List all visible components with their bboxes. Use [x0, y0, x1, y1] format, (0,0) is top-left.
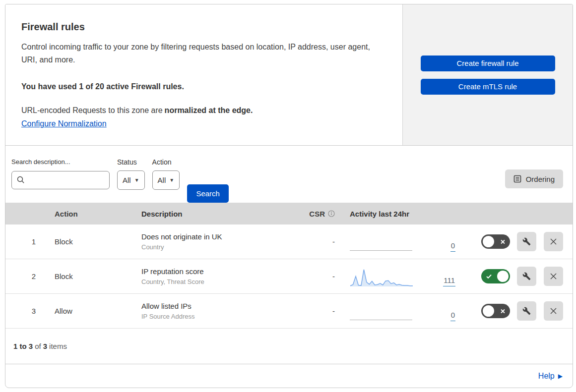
rule-action: Allow [55, 307, 141, 315]
rule-csr: - [280, 272, 350, 280]
items-label: items [49, 342, 67, 350]
arrow-right-icon: ▶ [558, 373, 563, 380]
search-group: Search description... [11, 158, 110, 189]
rule-description-cell: Does not originate in UK Country [141, 232, 280, 251]
x-icon [501, 309, 505, 313]
status-filter-group: Status All ▼ [117, 158, 145, 190]
col-action: Action [55, 210, 141, 218]
help-link[interactable]: Help ▶ [538, 372, 563, 381]
check-icon [486, 274, 492, 279]
col-activity: Activity last 24hr [350, 210, 461, 218]
items-total: 3 [43, 342, 47, 350]
hero-section: Firewall rules Control incoming traffic … [5, 4, 573, 146]
rules-table: Action Description CSR Activity last 24h… [5, 203, 573, 329]
help-label: Help [538, 372, 555, 381]
table-header: Action Description CSR Activity last 24h… [5, 203, 573, 224]
rule-priority: 2 [5, 272, 55, 280]
search-input[interactable] [11, 171, 110, 189]
close-icon [550, 238, 557, 245]
activity-count-link[interactable]: 111 [443, 276, 455, 286]
page-title: Firewall rules [21, 21, 373, 33]
rule-description: Does not originate in UK [141, 232, 280, 241]
activity-count-link[interactable]: 0 [450, 241, 455, 252]
edit-rule-button[interactable] [517, 267, 536, 286]
edit-rule-button[interactable] [517, 232, 536, 251]
actions-panel: Create firewall rule Create mTLS rule [402, 4, 573, 145]
status-selected-value: All [123, 176, 131, 184]
wrench-icon [522, 307, 531, 315]
rule-activity-cell: 0 [350, 300, 461, 323]
rule-fields: Country [141, 243, 280, 251]
toggle-knob [483, 236, 494, 247]
rule-activity-cell: 111 [350, 265, 461, 288]
search-button[interactable]: Search [187, 184, 229, 203]
rule-priority: 1 [5, 237, 55, 246]
activity-sparkline [350, 267, 413, 288]
status-select[interactable]: All ▼ [117, 170, 145, 190]
close-icon [550, 273, 557, 280]
col-description: Description [141, 210, 280, 218]
rule-description-cell: Allow listed IPs IP Source Address [141, 302, 280, 320]
normalization-bold: normalized at the edge. [165, 106, 253, 114]
page-description: Control incoming traffic to your zone by… [21, 41, 373, 66]
hero-text: Firewall rules Control incoming traffic … [5, 4, 402, 145]
firewall-rules-page: Firewall rules Control incoming traffic … [5, 4, 573, 388]
search-box [11, 171, 110, 189]
rule-fields: IP Source Address [141, 313, 280, 320]
table-row: 3 Allow Allow listed IPs IP Source Addre… [5, 294, 573, 329]
rule-action: Block [55, 237, 141, 246]
toggle-knob [483, 305, 494, 317]
rule-csr: - [280, 307, 350, 315]
normalization-text: URL-encoded Requests to this zone are [21, 106, 163, 114]
configure-normalization-link[interactable]: Configure Normalization [21, 119, 107, 128]
enable-toggle[interactable] [481, 304, 510, 318]
filter-bar: Search description... Status All ▼ Actio… [5, 146, 573, 203]
col-csr: CSR [280, 210, 350, 218]
action-selected-value: All [158, 176, 166, 184]
action-filter-group: Action All ▼ [152, 158, 180, 190]
enable-toggle[interactable] [481, 269, 510, 283]
rule-priority: 3 [5, 307, 55, 315]
rule-activity-cell: 0 [350, 230, 461, 253]
rule-description: Allow listed IPs [141, 302, 280, 310]
action-select[interactable]: All ▼ [152, 170, 180, 190]
edit-rule-button[interactable] [517, 301, 536, 321]
create-mtls-rule-button[interactable]: Create mTLS rule [421, 79, 555, 95]
rule-csr: - [280, 237, 350, 246]
usage-summary: You have used 1 of 20 active Firewall ru… [21, 82, 373, 91]
ordering-label: Ordering [526, 175, 555, 183]
rule-description: IP reputation score [141, 267, 280, 276]
table-row: 1 Block Does not originate in UK Country… [5, 224, 573, 259]
wrench-icon [522, 237, 531, 246]
ordering-list-icon [513, 175, 521, 183]
action-label: Action [152, 158, 180, 166]
activity-sparkline [350, 232, 413, 253]
activity-count-link[interactable]: 0 [450, 311, 455, 321]
chevron-down-icon: ▼ [134, 177, 139, 183]
enable-toggle[interactable] [481, 234, 510, 249]
delete-rule-button[interactable] [544, 232, 563, 251]
activity-sparkline [350, 302, 413, 323]
pagination-summary: 1 to 3 of 3 items [5, 329, 573, 364]
delete-rule-button[interactable] [544, 267, 563, 286]
ordering-button[interactable]: Ordering [505, 169, 563, 188]
rule-action: Block [55, 272, 141, 280]
delete-rule-button[interactable] [544, 301, 563, 321]
status-label: Status [117, 158, 145, 166]
table-row: 2 Block IP reputation score Country, Thr… [5, 259, 573, 294]
rule-fields: Country, Threat Score [141, 278, 280, 285]
items-range: 1 to 3 [13, 342, 33, 350]
info-icon[interactable] [328, 210, 335, 217]
rule-description-cell: IP reputation score Country, Threat Scor… [141, 267, 280, 285]
x-icon [501, 239, 505, 244]
create-firewall-rule-button[interactable]: Create firewall rule [421, 56, 555, 71]
search-label: Search description... [11, 158, 110, 166]
close-icon [550, 308, 557, 314]
toggle-knob [497, 271, 509, 282]
normalization-note: URL-encoded Requests to this zone arenor… [21, 106, 373, 115]
chevron-down-icon: ▼ [169, 177, 174, 183]
wrench-icon [522, 272, 531, 280]
items-of: of [35, 342, 41, 350]
help-bar: Help ▶ [5, 364, 573, 388]
